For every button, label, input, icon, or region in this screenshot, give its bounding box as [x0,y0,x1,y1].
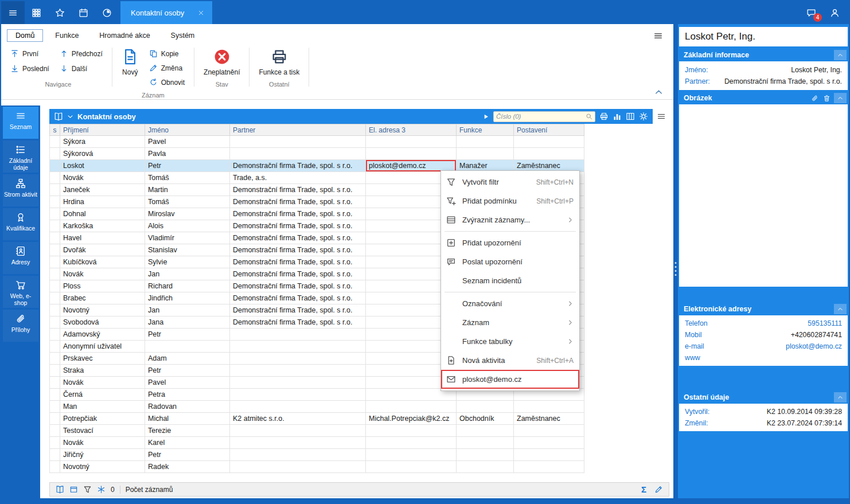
calendar-button[interactable] [72,1,95,24]
column-header-partner[interactable]: Partner [230,124,366,136]
ribbon-tab-system[interactable]: Systém [162,29,204,42]
cell-partner[interactable] [230,148,366,160]
cell-partner[interactable]: Demonstrační firma Trade, spol. s r.o. [230,280,366,292]
cell-partner[interactable] [230,353,366,365]
cell-name[interactable]: Tomáš [145,196,230,208]
cell-name[interactable]: Vladimír [145,232,230,244]
next-button[interactable]: Další [57,61,108,76]
cell-status[interactable] [50,401,60,413]
column-header-postaveni[interactable]: Postavení [514,124,584,136]
notifications-button[interactable]: 4 [800,1,823,24]
menu-item-pridat-upozorneni[interactable]: Přidat upozornění [441,233,579,252]
cell-partner[interactable] [230,377,366,389]
cell-status[interactable] [50,172,60,184]
search-input[interactable] [496,113,586,120]
cell-surname[interactable]: Dohnal [60,208,145,220]
menu-item-nova-aktivita[interactable]: Nová aktivitaShift+Ctrl+A [441,351,579,370]
cell-email[interactable] [366,401,457,413]
ribbon-tab-domu[interactable]: Domů [7,29,43,42]
column-header-s[interactable]: s [50,124,60,136]
gear-icon[interactable] [639,112,648,121]
cell-partner[interactable] [230,425,366,437]
cell-surname[interactable]: Novák [60,437,145,449]
menu-item-seznam-incidentu[interactable]: Seznam incidentů [441,271,579,290]
cell-status[interactable] [50,304,60,317]
print-icon[interactable] [599,112,609,121]
menu-item-zaznam[interactable]: Záznam [441,313,579,332]
cell-position[interactable] [514,136,584,148]
cell-name[interactable]: Sylvie [145,256,230,268]
cell-name[interactable]: Radovan [145,401,230,413]
cell-email[interactable] [366,461,457,473]
cell-role[interactable] [457,425,514,437]
cell-partner[interactable]: K2 atmitec s.r.o. [230,413,366,425]
cell-status[interactable] [50,196,60,208]
section-header-ostatni-udaje[interactable]: Ostatní údaje [679,391,848,404]
ribbon-collapse-icon[interactable] [654,88,663,96]
cell-email[interactable] [366,136,457,148]
cell-status[interactable] [50,389,60,401]
cell-name[interactable]: Jan [145,268,230,280]
recent-button[interactable] [95,1,119,24]
cell-partner[interactable]: Demonstrační firma Trade, spol. s r.o. [230,292,366,304]
cell-name[interactable] [145,341,230,353]
cell-partner[interactable] [230,449,366,461]
cell-name[interactable]: Petr [145,365,230,377]
cell-status[interactable] [50,329,60,341]
chart-icon[interactable] [613,112,622,121]
menu-item-zvyraznit-zaznamy[interactable]: Zvýraznit záznamy... [441,210,579,229]
cell-partner[interactable] [230,461,366,473]
modules-button[interactable] [25,1,48,24]
cell-status[interactable] [50,365,60,377]
ribbon-menu-icon[interactable] [653,31,663,41]
change-button[interactable]: Změna [147,61,190,75]
cell-partner[interactable]: Demonstrační firma Trade, spol. s r.o. [230,184,366,196]
cell-name[interactable]: Stanislav [145,244,230,256]
cell-name[interactable]: Tomáš [145,172,230,184]
cell-partner[interactable] [230,365,366,377]
sidebar-item-prilohy[interactable]: Přílohy [3,310,38,342]
table-row[interactable]: TestovacíTerezie [50,425,584,437]
splitter-handle[interactable] [675,262,677,276]
column-header-el-adresa[interactable]: El. adresa 3 [366,124,457,136]
cell-position[interactable] [514,425,584,437]
main-menu-button[interactable] [1,1,25,24]
table-row[interactable]: SýkoraPavel [50,136,584,148]
cell-partner[interactable]: Demonstrační firma Trade, spol. s r.o. [230,304,366,317]
cell-partner[interactable] [230,437,366,449]
cell-partner[interactable]: Demonstrační firma Trade, spol. s r.o. [230,268,366,280]
cell-status[interactable] [50,280,60,292]
menu-item-oznacovani[interactable]: Označování [441,294,579,313]
cell-status[interactable] [50,184,60,196]
collapse-button[interactable] [834,392,847,403]
column-header-funkce[interactable]: Funkce [457,124,514,136]
cell-name[interactable]: Karel [145,437,230,449]
cell-status[interactable] [50,413,60,425]
cell-email[interactable] [366,425,457,437]
cell-surname[interactable]: Sýkorová [60,148,145,160]
cell-surname[interactable]: Jiřičný [60,449,145,461]
cell-role[interactable] [457,148,514,160]
cell-name[interactable]: Petr [145,160,230,172]
cell-status[interactable] [50,461,60,473]
cell-surname[interactable]: Man [60,401,145,413]
collapse-button[interactable] [834,93,847,103]
sidebar-item-zakladni-udaje[interactable]: Základní údaje [3,140,38,173]
ribbon-tab-funkce[interactable]: Funkce [46,29,87,42]
play-icon[interactable] [483,114,489,120]
cell-partner[interactable]: Demonstrační firma Trade, spol. s r.o. [230,244,366,256]
cell-partner[interactable]: Demonstrační firma Trade, spol. s r.o. [230,208,366,220]
sidebar-item-seznam[interactable]: Seznam [3,107,38,139]
cell-name[interactable]: Alois [145,220,230,232]
cell-name[interactable]: Pavel [145,136,230,148]
cell-position[interactable]: Zaměstnanec [514,413,584,425]
table-row[interactable]: SýkorováPavla [50,148,584,160]
cell-surname[interactable]: Testovací [60,425,145,437]
cell-status[interactable] [50,425,60,437]
snowflake-icon[interactable] [97,485,106,494]
cell-partner[interactable] [230,136,366,148]
cell-status[interactable] [50,256,60,268]
collapse-button[interactable] [834,50,847,60]
detail-value[interactable]: 595135111 [808,319,842,327]
cell-surname[interactable]: Novák [60,268,145,280]
